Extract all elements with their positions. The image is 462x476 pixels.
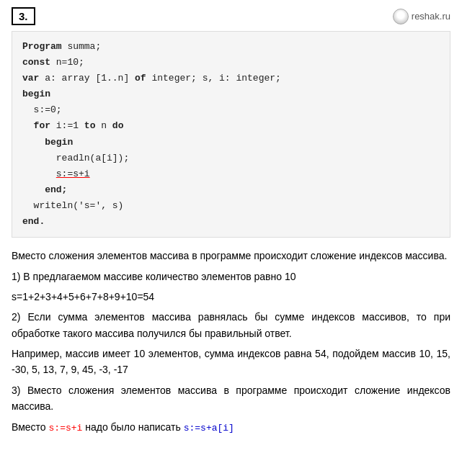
code-line-8: readln(a[i]); xyxy=(22,151,440,166)
code-line-9: s:=s+i xyxy=(22,166,440,182)
code-line-2: const n=10; xyxy=(22,55,440,71)
page-container: 3. reshak.ru Program summa; const n=10; … xyxy=(0,0,462,476)
buggy-statement: s:=s+i xyxy=(56,169,90,179)
kw-const: const xyxy=(22,57,50,68)
kw-for: for xyxy=(34,120,50,131)
code-line-10: end; xyxy=(22,182,440,198)
point3-correct-code: s:=s+a[i] xyxy=(184,423,234,434)
kw-end-inner: end; xyxy=(45,184,67,195)
reshak-logo: reshak.ru xyxy=(393,9,450,24)
point2-example: Например, массив имеет 10 элементов, сум… xyxy=(12,346,450,378)
kw-begin-outer: begin xyxy=(22,89,50,99)
point1-calc: s=1+2+3+4+5+6+7+8+9+10=54 xyxy=(12,289,450,305)
point3-label: 3) Вместо сложения элементов массива в п… xyxy=(12,382,450,415)
kw-of: of xyxy=(135,73,146,84)
kw-program: Program xyxy=(22,41,62,52)
explanation: Вместо сложения элементов массива в прог… xyxy=(12,248,450,436)
kw-to: to xyxy=(84,120,96,131)
kw-var: var xyxy=(22,73,39,84)
problem-number: 3. xyxy=(12,7,35,25)
point3-wrong-code: s:=s+i xyxy=(49,423,83,434)
logo-text: reshak.ru xyxy=(412,11,450,22)
point3-fix-middle: надо было написать xyxy=(82,421,183,433)
code-line-7: begin xyxy=(22,135,440,151)
code-line-4: begin xyxy=(22,86,440,102)
point3-fix-prefix: Вместо xyxy=(12,421,49,433)
code-line-1: Program summa; xyxy=(22,39,440,55)
point2-label: 2) Если сумма элементов массива равнялас… xyxy=(12,309,450,341)
code-line-11: writeln('s=', s) xyxy=(22,198,440,214)
code-line-6: for i:=1 to n do xyxy=(22,118,440,134)
code-block: Program summa; const n=10; var a: array … xyxy=(12,31,450,238)
code-line-3: var a: array [1..n] of integer; s, i: in… xyxy=(22,71,440,86)
header-row: 3. reshak.ru xyxy=(12,7,450,25)
logo-icon xyxy=(393,9,409,24)
kw-end-outer: end. xyxy=(22,216,45,227)
point1-label: 1) В предлагаемом массиве количество эле… xyxy=(12,269,450,284)
kw-begin-inner: begin xyxy=(45,137,73,148)
intro-text: Вместо сложения элементов массива в прог… xyxy=(12,248,450,264)
code-line-5: s:=0; xyxy=(22,102,440,118)
point3-fix: Вместо s:=s+i надо было написать s:=s+a[… xyxy=(12,419,450,436)
code-line-12: end. xyxy=(22,214,440,230)
kw-do: do xyxy=(112,120,124,131)
